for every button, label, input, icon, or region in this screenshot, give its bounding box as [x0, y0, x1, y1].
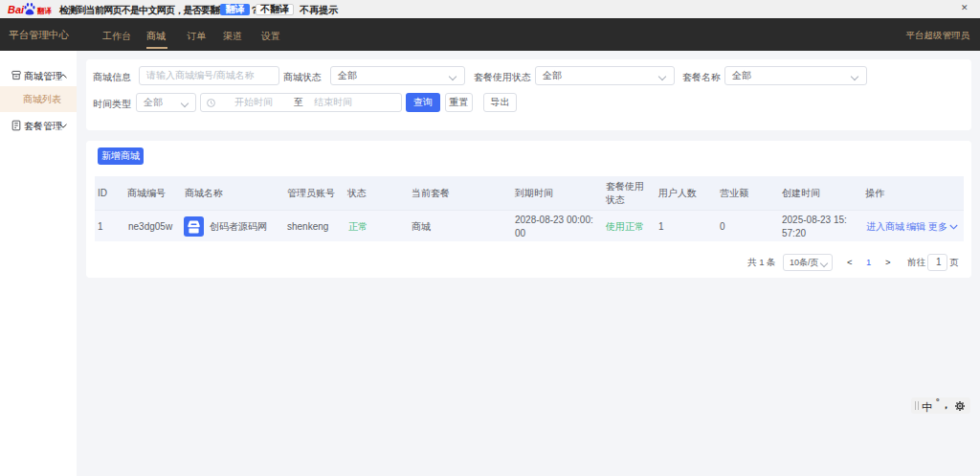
svg-text:翻译: 翻译 [36, 7, 53, 15]
svg-text:Bai: Bai [8, 4, 25, 15]
